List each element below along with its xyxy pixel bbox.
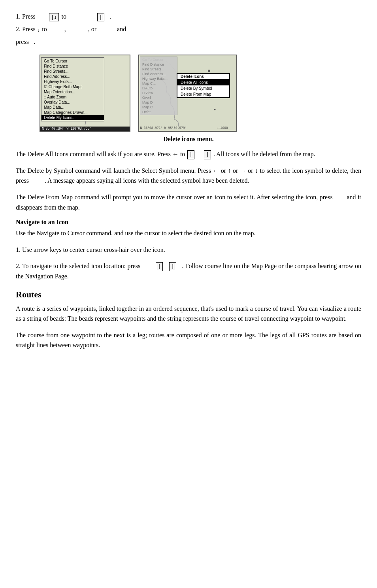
menu-item-goto: Go To Cursor xyxy=(41,59,104,64)
delete-submenu-title: Delete Icons xyxy=(177,74,229,79)
svg-point-7 xyxy=(208,70,210,72)
menu-item-categories: Map Categories Drawn... xyxy=(41,110,104,115)
para-delete-symbol: The Delete by Symbol command will launch… xyxy=(16,166,361,186)
menu-item-mapdata: Map Data... xyxy=(41,105,104,110)
svg-text:N 36°08.971'  W 95°50.579': N 36°08.971' W 95°50.579' xyxy=(140,126,187,130)
caption: Delete icons menu. xyxy=(16,136,361,143)
para-delete-all: The Delete All Icons command will ask if… xyxy=(16,149,361,159)
para-delete-map: The Delete From Map command will prompt … xyxy=(16,192,361,212)
instruction-2-cont: press . xyxy=(16,37,361,47)
menu-item-bothmap: ☑ Change Both Maps xyxy=(41,84,104,89)
key-pipe: | xyxy=(97,13,104,22)
key-pipe-nav2: | xyxy=(169,262,176,271)
delete-submenu: Delete Icons Delete All Icons Delete By … xyxy=(177,73,230,98)
left-coords-bar: N 35°40.194' W 120°03.755' xyxy=(40,127,130,131)
right-menu-streets: Find Streets... xyxy=(140,67,177,72)
menu-item-delete-icons: Delete My Icons... xyxy=(41,115,104,120)
right-menu-mapd: Map D xyxy=(140,100,177,105)
left-menu-panel: Go To Cursor Find Distance Find Streets.… xyxy=(41,57,104,121)
navigate-para: Use the Navigate to Cursor command, and … xyxy=(16,228,361,238)
navigate-step1: 1. Use arrow keys to center cursor cross… xyxy=(16,245,361,255)
right-menu-delet: Delet xyxy=(140,110,177,114)
right-screen: N 36°08.971' W 95°50.579' ←→4000 Go To C… xyxy=(138,55,237,132)
menu-item-exits: Highway Exits... xyxy=(41,79,104,84)
svg-text:←→4000: ←→4000 xyxy=(217,126,228,130)
menu-item-overlay: Overlay Data... xyxy=(41,100,104,105)
images-row: 400mi ←→4000 Go To Cursor Find Distance … xyxy=(40,55,361,132)
menu-item-distance: Find Distance xyxy=(41,64,104,69)
navigate-heading: Navigate to an Icon xyxy=(16,219,361,226)
right-menu-distance: Find Distance xyxy=(140,62,177,67)
key-pipe-nav1: | xyxy=(156,262,163,271)
right-menu-overl: Overl xyxy=(140,95,177,100)
right-menu-address: Find Address... xyxy=(140,72,177,76)
right-menu-grayed: Go To Cursor Find Distance Find Streets.… xyxy=(140,57,177,115)
key-pipe-inline2: | xyxy=(204,150,211,159)
navigate-step2: 2. To navigate to the selected icon loca… xyxy=(16,261,361,281)
menu-item-streets: Find Streets... xyxy=(41,69,104,74)
step-1-num: 1. Press xyxy=(16,13,36,20)
menu-item-orientation: Map Orientation... xyxy=(41,89,104,95)
right-menu-exits: Highway Exits... xyxy=(140,76,177,81)
delete-from-map: Delete From Map xyxy=(177,91,229,97)
left-screen: 400mi ←→4000 Go To Cursor Find Distance … xyxy=(40,55,130,132)
routes-para2: The course from one waypoint to the next… xyxy=(16,330,361,350)
svg-point-9 xyxy=(214,109,216,110)
right-menu-map: Map C... xyxy=(140,81,177,86)
right-menu-auto: □ Auto xyxy=(140,86,177,91)
delete-all-icons: Delete All Icons xyxy=(177,79,229,85)
routes-heading: Routes xyxy=(16,289,361,300)
arrow-down-1: ↓ xyxy=(38,26,40,34)
menu-item-address: Find Address... xyxy=(41,74,104,79)
step-2-num: 2. Press xyxy=(16,26,36,32)
menu-item-autozoom: □ Auto Zoom xyxy=(41,95,104,100)
left-coords: N 35°40.194' W 120°03.755' xyxy=(42,127,91,130)
page-content: 1. Press |↓ to | . 2. Press ↓ to , , or … xyxy=(16,12,361,350)
routes-para1: A route is a series of waypoints, linked… xyxy=(16,304,361,324)
delete-by-symbol: Delete By Symbol xyxy=(177,85,229,91)
key-pipe-inline1: | xyxy=(187,150,194,159)
right-menu-view: □ View xyxy=(140,91,177,95)
key-pipe-down: |↓ xyxy=(49,13,59,22)
instruction-2: 2. Press ↓ to , , or and xyxy=(16,25,361,34)
right-menu-mapc: Map C xyxy=(140,105,177,110)
right-menu-goto: Go To Cursor xyxy=(140,57,177,62)
instruction-1: 1. Press |↓ to | . xyxy=(16,12,361,21)
